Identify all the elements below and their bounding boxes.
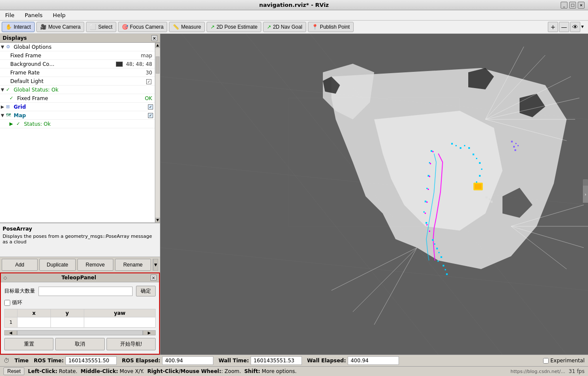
remove-button[interactable]: Remove bbox=[77, 259, 113, 271]
start-nav-button[interactable]: 开始导航! bbox=[106, 338, 156, 350]
time-icon: ⏱ bbox=[3, 357, 9, 364]
cancel-button[interactable]: 取消 bbox=[55, 338, 104, 350]
svg-rect-71 bbox=[489, 198, 490, 200]
measure-tool[interactable]: 📏 Measure bbox=[169, 22, 205, 32]
svg-rect-72 bbox=[490, 201, 493, 203]
focus-camera-tool[interactable]: 🎯 Focus Camera bbox=[118, 22, 168, 32]
main-area: Displays × ▼ ⚙ Global Options Fixed Fram… bbox=[0, 34, 588, 355]
tree-item-map[interactable]: ▼ 🗺 Map bbox=[0, 111, 155, 120]
svg-rect-67 bbox=[513, 146, 515, 148]
tree-item-fixed-frame-status[interactable]: ✓ Fixed Frame OK bbox=[0, 94, 155, 103]
menu-help[interactable]: Help bbox=[50, 11, 68, 19]
map-icon: 🗺 bbox=[6, 113, 13, 118]
global-status-icon: ✓ bbox=[6, 87, 13, 92]
ros-elapsed-section: ROS Elapsed: 400.94 bbox=[122, 356, 213, 365]
confirm-button[interactable]: 确定 bbox=[136, 286, 156, 296]
select-tool[interactable]: ⬜ Select bbox=[86, 22, 116, 32]
map-status-icon: ▶ bbox=[9, 121, 16, 127]
reset-button[interactable]: Reset bbox=[3, 367, 24, 375]
wall-elapsed-value: 400.94 bbox=[348, 356, 399, 365]
svg-rect-70 bbox=[485, 196, 488, 198]
svg-rect-61 bbox=[426, 224, 428, 225]
tree-item-background-color[interactable]: Background Co… 48; 48; 48 bbox=[0, 60, 155, 68]
time-label: Time bbox=[15, 358, 29, 364]
row-y-cell[interactable] bbox=[50, 317, 84, 328]
titlebar: navigation.rviz* - RViz _ □ × bbox=[0, 0, 588, 10]
experimental-checkbox[interactable] bbox=[543, 358, 549, 364]
menu-file[interactable]: File bbox=[3, 11, 17, 19]
loop-checkbox[interactable] bbox=[4, 300, 10, 306]
svg-rect-47 bbox=[434, 243, 435, 245]
tree-item-map-status[interactable]: ▶ ✓ Status: Ok bbox=[0, 120, 155, 128]
measure-label: Measure bbox=[181, 24, 201, 30]
displays-tree-area: ▼ ⚙ Global Options Fixed Frame map Backg… bbox=[0, 43, 160, 223]
tree-item-fixed-frame[interactable]: Fixed Frame map bbox=[0, 51, 155, 60]
2d-nav-goal-tool[interactable]: ↗ 2D Nav Goal bbox=[263, 22, 306, 32]
tree-item-global-options[interactable]: ▼ ⚙ Global Options bbox=[0, 43, 155, 51]
map-checkbox[interactable] bbox=[148, 113, 153, 118]
ros-time-value: 1601435551.50 bbox=[65, 356, 117, 365]
svg-rect-38 bbox=[464, 145, 465, 146]
scroll-up-button[interactable]: ▲ bbox=[155, 43, 160, 48]
scroll-right-btn[interactable]: ▼ bbox=[153, 259, 158, 271]
grid-checkbox[interactable] bbox=[148, 104, 153, 110]
move-camera-label: Move Camera bbox=[48, 24, 80, 30]
grid-arrow[interactable]: ▶ bbox=[1, 104, 6, 109]
fixed-frame-status-value: OK bbox=[145, 95, 154, 101]
interact-label: Interact bbox=[14, 24, 31, 30]
background-color-label: Background Co… bbox=[9, 61, 116, 67]
reset-button[interactable]: 重置 bbox=[4, 338, 53, 350]
svg-rect-40 bbox=[473, 154, 474, 155]
displays-close-button[interactable]: × bbox=[151, 35, 157, 41]
wall-time-value: 1601435551.53 bbox=[251, 356, 302, 365]
svg-rect-49 bbox=[438, 252, 440, 253]
add-tool-button[interactable]: + bbox=[548, 22, 558, 32]
maximize-button[interactable]: □ bbox=[569, 2, 576, 9]
svg-rect-39 bbox=[468, 147, 470, 149]
publish-point-tool[interactable]: 📍 Publish Point bbox=[308, 22, 354, 32]
default-light-checkbox[interactable] bbox=[146, 79, 151, 84]
svg-rect-31 bbox=[426, 188, 428, 189]
tree-item-frame-rate[interactable]: Frame Rate 30 bbox=[0, 68, 155, 77]
move-camera-tool[interactable]: 🎥 Move Camera bbox=[36, 22, 84, 32]
scroll-right-btn[interactable]: ▶ bbox=[143, 330, 156, 335]
close-button[interactable]: × bbox=[578, 2, 585, 9]
map-arrow[interactable]: ▼ bbox=[1, 113, 6, 118]
menu-panels[interactable]: Panels bbox=[22, 11, 45, 19]
scroll-thumb[interactable] bbox=[156, 56, 160, 74]
toolbar-dropdown[interactable]: ▾ bbox=[581, 24, 586, 30]
map-status-check: ✓ bbox=[16, 121, 23, 127]
minimize-button[interactable]: _ bbox=[561, 2, 567, 9]
right-collapse-handle[interactable]: › bbox=[583, 186, 588, 203]
viewport[interactable]: › › bbox=[160, 34, 588, 355]
h-scrollbar[interactable] bbox=[17, 330, 143, 335]
max-targets-input[interactable] bbox=[38, 287, 133, 296]
table-row: 1 bbox=[5, 317, 156, 328]
add-button[interactable]: Add bbox=[2, 259, 38, 271]
scroll-down-button[interactable]: ▼ bbox=[155, 218, 160, 223]
scroll-track bbox=[155, 48, 160, 218]
remove-tool-button[interactable]: — bbox=[559, 22, 569, 32]
tree-item-grid[interactable]: ▶ ⊞ Grid bbox=[0, 103, 155, 111]
2d-pose-estimate-tool[interactable]: ↗ 2D Pose Estimate bbox=[207, 22, 261, 32]
tree-item-global-status[interactable]: ▼ ✓ Global Status: Ok bbox=[0, 86, 155, 94]
interact-tool[interactable]: ✋ Interact bbox=[2, 22, 35, 32]
teleop-close-button[interactable]: × bbox=[151, 275, 157, 281]
svg-rect-68 bbox=[517, 145, 519, 146]
rename-button[interactable]: Rename bbox=[115, 259, 151, 271]
duplicate-button[interactable]: Duplicate bbox=[39, 259, 75, 271]
loop-label: 循环 bbox=[12, 299, 22, 306]
map-status-label: Status: Ok bbox=[23, 121, 154, 127]
svg-rect-46 bbox=[432, 239, 434, 241]
scroll-left-btn[interactable]: ◀ bbox=[4, 330, 17, 335]
row-x-cell[interactable] bbox=[18, 317, 51, 328]
svg-rect-57 bbox=[429, 176, 430, 177]
row-yaw-cell[interactable] bbox=[84, 317, 155, 328]
global-options-arrow[interactable]: ▼ bbox=[1, 44, 6, 49]
displays-scrollbar[interactable]: ▲ ▼ bbox=[155, 43, 160, 223]
grid-label: Grid bbox=[13, 104, 148, 110]
max-targets-label: 目标最大数量 bbox=[4, 287, 35, 295]
global-status-arrow[interactable]: ▼ bbox=[1, 87, 6, 92]
tree-item-default-light[interactable]: Default Light bbox=[0, 77, 155, 86]
view-button[interactable]: 👁 bbox=[570, 22, 580, 32]
